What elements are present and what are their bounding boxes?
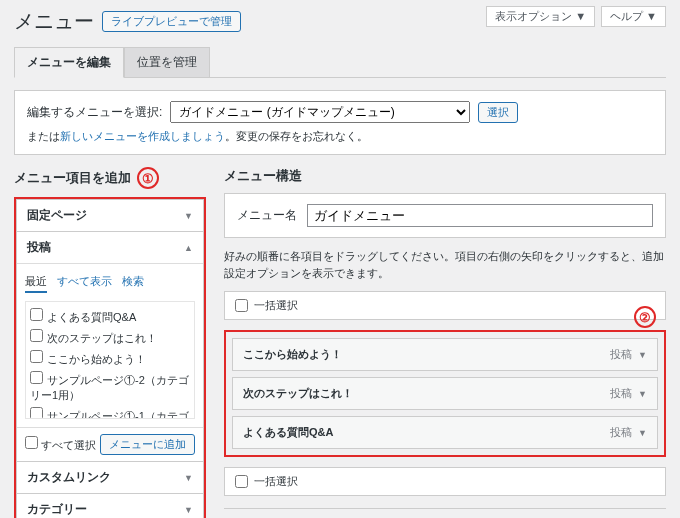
list-item[interactable]: サンプルページ①-2（カテゴリー1用） — [30, 369, 190, 405]
menu-item[interactable]: よくある質問Q&A投稿▼ — [232, 416, 658, 449]
create-new-menu-link[interactable]: 新しいメニューを作成しましょう — [60, 130, 225, 142]
add-items-heading: メニュー項目を追加 — [14, 169, 131, 187]
add-to-menu-button[interactable]: メニューに追加 — [100, 434, 195, 455]
section-pages[interactable]: 固定ページ▼ — [17, 200, 203, 231]
checkbox[interactable] — [235, 475, 248, 488]
bulk-select-bottom[interactable]: 一括選択 — [224, 467, 666, 496]
after-text: 。変更の保存をお忘れなく。 — [225, 130, 368, 142]
list-item[interactable]: サンプルページ①-1（カテゴリー1用） — [30, 405, 190, 419]
select-button[interactable]: 選択 — [478, 102, 518, 123]
checkbox[interactable] — [30, 371, 43, 384]
add-items-accordion: 固定ページ▼ 投稿▲ 最近 すべて表示 検索 よくある質問Q&A 次のステップは… — [14, 197, 206, 518]
chevron-down-icon[interactable]: ▼ — [638, 428, 647, 438]
post-subtabs: 最近 すべて表示 検索 — [25, 274, 195, 293]
list-item[interactable]: よくある質問Q&A — [30, 306, 190, 327]
checkbox[interactable] — [235, 299, 248, 312]
menu-item[interactable]: 次のステップはこれ！投稿▼ — [232, 377, 658, 410]
bulk-select-top[interactable]: 一括選択 — [224, 291, 666, 320]
structure-description: 好みの順番に各項目をドラッグしてください。項目の右側の矢印をクリックすると、追加… — [224, 248, 666, 281]
checkbox[interactable] — [30, 329, 43, 342]
checkbox[interactable] — [25, 436, 38, 449]
annotation-1: ① — [137, 167, 159, 189]
subtab-recent[interactable]: 最近 — [25, 274, 47, 293]
chevron-down-icon: ▼ — [184, 505, 193, 515]
subtab-search[interactable]: 検索 — [122, 274, 144, 293]
chevron-down-icon[interactable]: ▼ — [638, 389, 647, 399]
help-button[interactable]: ヘルプ ▼ — [601, 6, 666, 27]
chevron-down-icon[interactable]: ▼ — [638, 350, 647, 360]
nav-tabs: メニューを編集 位置を管理 — [14, 47, 666, 78]
or-text: または — [27, 130, 60, 142]
menu-structure-box: ② ここから始めよう！投稿▼ 次のステップはこれ！投稿▼ よくある質問Q&A投稿… — [224, 330, 666, 457]
list-item[interactable]: 次のステップはこれ！ — [30, 327, 190, 348]
screen-options-button[interactable]: 表示オプション ▼ — [486, 6, 595, 27]
chevron-up-icon: ▲ — [184, 243, 193, 253]
checkbox[interactable] — [30, 308, 43, 321]
live-preview-button[interactable]: ライブプレビューで管理 — [102, 11, 241, 32]
select-menu-panel: 編集するメニューを選択: ガイドメニュー (ガイドマップメニュー) 選択 または… — [14, 90, 666, 155]
tab-manage-locations[interactable]: 位置を管理 — [124, 47, 210, 77]
menu-name-label: メニュー名 — [237, 207, 297, 224]
menu-name-input[interactable] — [307, 204, 653, 227]
select-all[interactable]: すべて選択 — [25, 436, 96, 453]
chevron-down-icon: ▼ — [184, 211, 193, 221]
section-categories[interactable]: カテゴリー▼ — [17, 494, 203, 518]
section-posts[interactable]: 投稿▲ — [17, 232, 203, 263]
tab-edit-menus[interactable]: メニューを編集 — [14, 47, 124, 78]
checkbox[interactable] — [30, 407, 43, 419]
chevron-down-icon: ▼ — [184, 473, 193, 483]
structure-heading: メニュー構造 — [224, 167, 302, 185]
section-custom-links[interactable]: カスタムリンク▼ — [17, 462, 203, 493]
checkbox[interactable] — [30, 350, 43, 363]
select-menu-label: 編集するメニューを選択: — [27, 104, 162, 121]
list-item[interactable]: ここから始めよう！ — [30, 348, 190, 369]
menu-name-row: メニュー名 — [224, 193, 666, 238]
page-title: メニュー — [14, 8, 94, 35]
menu-select[interactable]: ガイドメニュー (ガイドマップメニュー) — [170, 101, 470, 123]
subtab-all[interactable]: すべて表示 — [57, 274, 112, 293]
menu-settings: メニュー設定 固定ページを自動追加 このメニューに新しいトップレベルページを自動… — [224, 508, 666, 518]
menu-item[interactable]: ここから始めよう！投稿▼ — [232, 338, 658, 371]
annotation-2: ② — [634, 306, 656, 328]
post-checklist[interactable]: よくある質問Q&A 次のステップはこれ！ ここから始めよう！ サンプルページ①-… — [25, 301, 195, 419]
